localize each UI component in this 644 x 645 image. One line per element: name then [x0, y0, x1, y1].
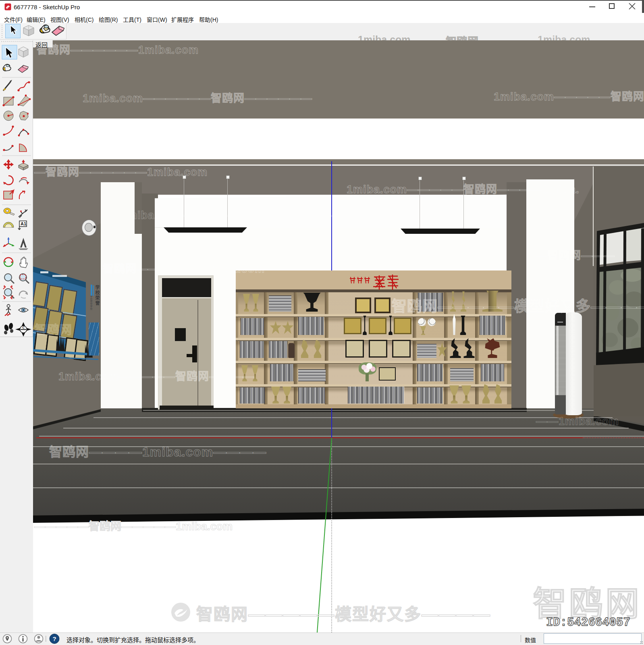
svg-text:?: ?	[52, 635, 56, 642]
svg-text:A1: A1	[21, 221, 26, 226]
svg-text:C: C	[22, 326, 24, 329]
